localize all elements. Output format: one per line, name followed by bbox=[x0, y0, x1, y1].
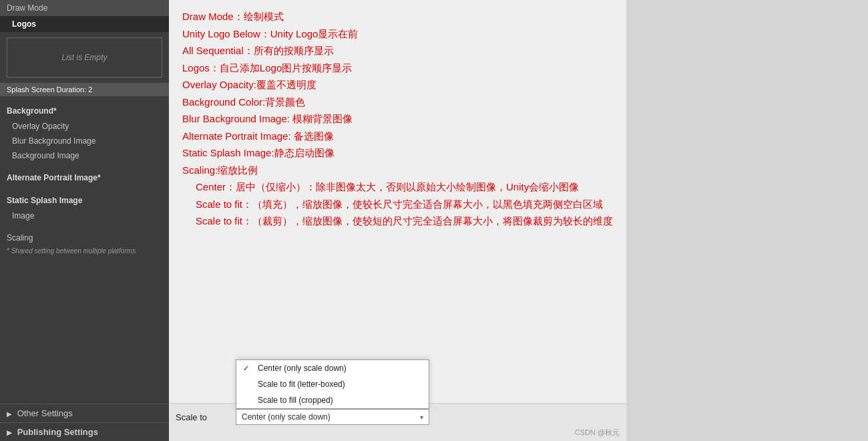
splash-duration-bar: Splash Screen Duration: 2 bbox=[0, 83, 169, 96]
sidebar-background-header: Background* bbox=[0, 103, 169, 119]
sidebar-other-settings[interactable]: ▶ Other Settings bbox=[0, 404, 169, 422]
sidebar-item-draw-mode[interactable]: Draw Mode bbox=[0, 0, 169, 16]
content-area: Draw Mode：绘制模式Unity Logo Below：Unity Log… bbox=[169, 0, 626, 403]
sidebar-background-image[interactable]: Background Image bbox=[0, 148, 169, 163]
content-line-2: All Sequential：所有的按顺序显示 bbox=[182, 42, 613, 59]
content-line-5: Background Color:背景颜色 bbox=[182, 94, 613, 111]
csdn-watermark: CSDN @秋元 bbox=[575, 428, 620, 438]
triangle-icon-2: ▶ bbox=[7, 429, 12, 436]
dropdown-option-1[interactable]: Scale to fit (letter-boxed) bbox=[236, 376, 429, 392]
dropdown-arrow-icon: ▾ bbox=[420, 414, 423, 421]
option-label-1: Scale to fit (letter-boxed) bbox=[258, 380, 345, 389]
scale-dropdown[interactable]: Center (only scale down) ▾ bbox=[236, 409, 429, 425]
sidebar-overlay-opacity[interactable]: Overlay Opacity bbox=[0, 119, 169, 134]
list-empty-text: List is Empty bbox=[61, 53, 107, 62]
main-panel: Draw Mode：绘制模式Unity Logo Below：Unity Log… bbox=[169, 0, 626, 441]
sidebar-blur-bg-image[interactable]: Blur Background Image bbox=[0, 134, 169, 148]
sidebar-image[interactable]: Image bbox=[0, 208, 169, 223]
dropdown-popup: ✓Center (only scale down)Scale to fit (l… bbox=[236, 359, 429, 409]
content-line-0: Draw Mode：绘制模式 bbox=[182, 8, 613, 25]
sidebar-alternate-portrait: Alternate Portrait Image* bbox=[0, 170, 169, 186]
sidebar-item-logos[interactable]: Logos bbox=[0, 16, 169, 32]
scale-to-label: Scale to bbox=[176, 412, 229, 422]
dropdown-option-2[interactable]: Scale to fill (cropped) bbox=[236, 392, 429, 408]
sidebar: Draw Mode Logos List is Empty Splash Scr… bbox=[0, 0, 169, 441]
option-label-0: Center (only scale down) bbox=[258, 363, 347, 373]
content-line-10: Center：居中（仅缩小）：除非图像太大，否则以原始大小绘制图像，Unity会… bbox=[182, 178, 613, 196]
sidebar-scaling: Scaling bbox=[0, 230, 169, 246]
option-label-2: Scale to fill (cropped) bbox=[258, 396, 333, 405]
footer-scale-row: Scale to Center (only scale down) ▾ ✓Cen… bbox=[169, 404, 626, 430]
content-line-12: Scale to fit：（裁剪），缩放图像，使较短的尺寸完全适合屏幕大小，将图… bbox=[182, 212, 613, 230]
checkmark-icon-0: ✓ bbox=[243, 364, 252, 373]
content-line-1: Unity Logo Below：Unity Logo显示在前 bbox=[182, 25, 613, 43]
triangle-icon: ▶ bbox=[7, 410, 12, 418]
watermark-row: CSDN @秋元 bbox=[169, 430, 626, 441]
footer-area: Scale to Center (only scale down) ▾ ✓Cen… bbox=[169, 403, 626, 441]
content-line-7: Alternate Portrait Image: 备选图像 bbox=[182, 128, 613, 145]
list-empty-box: List is Empty bbox=[7, 37, 162, 78]
selected-option-text: Center (only scale down) bbox=[242, 412, 331, 422]
sidebar-publishing-settings[interactable]: ▶ Publishing Settings bbox=[0, 422, 169, 441]
content-line-4: Overlay Opacity:覆盖不透明度 bbox=[182, 76, 613, 94]
sidebar-shared-note: * Shared setting between multiple platfo… bbox=[0, 246, 169, 256]
content-line-11: Scale to fit：（填充），缩放图像，使较长尺寸完全适合屏幕大小，以黑色… bbox=[182, 196, 613, 213]
content-line-3: Logos：自己添加Logo图片按顺序显示 bbox=[182, 59, 613, 77]
content-lines: Draw Mode：绘制模式Unity Logo Below：Unity Log… bbox=[182, 8, 613, 230]
dropdown-option-0[interactable]: ✓Center (only scale down) bbox=[236, 360, 429, 376]
sidebar-static-splash: Static Splash Image bbox=[0, 192, 169, 208]
content-line-8: Static Splash Image:静态启动图像 bbox=[182, 144, 613, 162]
content-line-6: Blur Background Image: 模糊背景图像 bbox=[182, 110, 613, 128]
content-line-9: Scaling:缩放比例 bbox=[182, 162, 613, 179]
footer-dropdown-container: Center (only scale down) ▾ ✓Center (only… bbox=[236, 409, 429, 425]
